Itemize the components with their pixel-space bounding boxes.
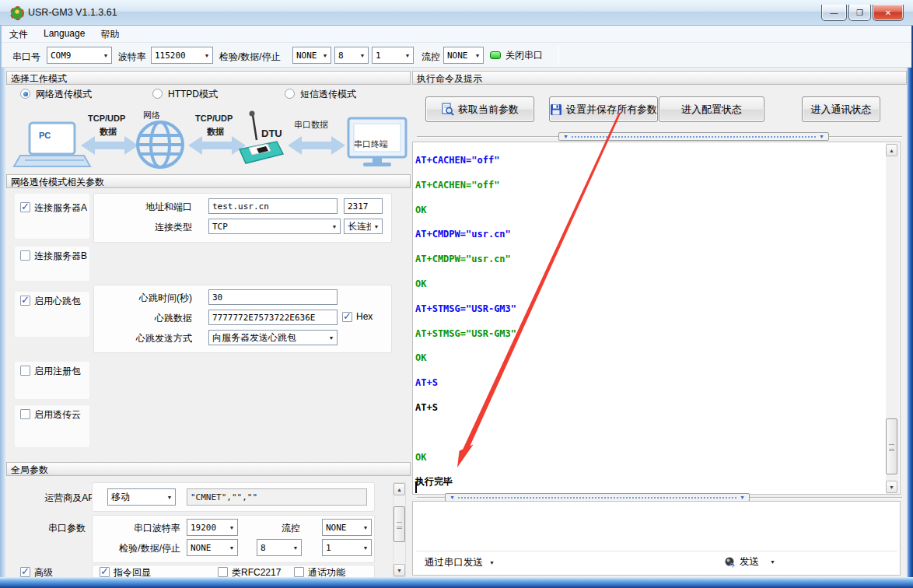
scrollbar-thumb[interactable]: [394, 506, 405, 542]
menu-file[interactable]: 文件: [2, 26, 36, 43]
splitter-dots: [572, 136, 816, 138]
radio-sms-mode-label: 短信透传模式: [300, 88, 356, 101]
get-params-button[interactable]: 获取当前参数: [425, 96, 534, 122]
server-a-checkbox[interactable]: [20, 202, 30, 212]
close-icon: ✕: [885, 9, 891, 17]
port-select[interactable]: COM9▼: [47, 47, 112, 64]
heartbeat-label: 启用心跳包: [34, 295, 81, 308]
server-b-checkbox[interactable]: [20, 250, 30, 261]
menu-language[interactable]: Language: [36, 26, 93, 43]
arrow-left-icon: [81, 136, 138, 155]
splitter-handle-top[interactable]: ▼ ▼: [558, 132, 829, 141]
send-via-dropdown[interactable]: 通过串口发送 ▼: [425, 556, 495, 569]
server-addr-input[interactable]: [208, 198, 338, 214]
carrier-select[interactable]: 移动▼: [107, 488, 176, 506]
link1-tcp-label: TCP/UDP: [88, 114, 125, 123]
scroll-up-icon[interactable]: ▲: [394, 483, 405, 495]
cloud-checkbox[interactable]: [20, 409, 30, 419]
link2-tcp-label: TCP/UDP: [195, 114, 233, 123]
send-area: 通过串口发送 ▼ 发送 ▼: [412, 501, 901, 576]
pc-label: PC: [39, 131, 51, 140]
terminal-log: AT+CACHEN="off"AT+CACHEN="off"OKAT+CMDPW…: [415, 149, 884, 495]
chevron-down-icon: ▼: [290, 545, 301, 551]
rfc2217-label: 类RFC2217: [232, 566, 281, 579]
link1-data-label: 数据: [100, 126, 117, 138]
app-icon: [10, 6, 24, 20]
command-panel-header: 执行命令及提示: [412, 71, 907, 85]
flow-select[interactable]: NONE▼: [443, 47, 484, 64]
register-label: 启用注册包: [34, 365, 81, 378]
minimize-icon: —: [831, 9, 838, 17]
scroll-up-icon[interactable]: ▲: [886, 144, 897, 156]
send-separator: [416, 551, 897, 551]
send-button[interactable]: 发送 ▼: [724, 555, 775, 569]
enter-comm-button[interactable]: 进入通讯状态: [802, 96, 880, 122]
apn-value-input: [187, 488, 367, 506]
gp-databits-select[interactable]: 8▼: [257, 539, 302, 556]
chevron-down-icon: ▼: [402, 53, 413, 58]
maximize-button[interactable]: ❐: [848, 5, 871, 21]
baud-label: 波特率: [118, 51, 146, 64]
network-label: 网络: [143, 110, 160, 121]
radio-net-mode[interactable]: [20, 89, 30, 99]
chevron-down-icon: ▼: [472, 53, 483, 58]
gp-parity-select[interactable]: NONE▼: [187, 539, 238, 556]
radio-sms-mode[interactable]: [285, 89, 295, 99]
triangle-down-icon: ▼: [450, 495, 455, 500]
close-serial-button[interactable]: 关闭串口: [490, 47, 557, 64]
hb-time-input[interactable]: [208, 289, 338, 305]
enter-config-button[interactable]: 进入配置状态: [659, 96, 764, 122]
register-checkbox[interactable]: [20, 366, 30, 376]
server-port-input[interactable]: [344, 198, 383, 214]
hb-data-input[interactable]: [208, 310, 338, 325]
serial-status-led-icon: [490, 51, 501, 59]
minimize-button[interactable]: —: [821, 5, 847, 21]
heartbeat-checkbox[interactable]: [20, 296, 30, 306]
splitter-dots: [458, 497, 736, 499]
addr-label: 地址和端口: [124, 201, 192, 214]
search-doc-icon: [441, 103, 454, 116]
scroll-down-icon[interactable]: ▼: [394, 564, 405, 576]
stopbits-select[interactable]: 1▼: [372, 47, 414, 64]
net-params-header: 网络透传模式相关参数: [6, 174, 411, 188]
chevron-down-icon: ▼: [164, 495, 175, 500]
gp-baud-select[interactable]: 19200▼: [187, 519, 238, 536]
gp-flow-label: 流控: [282, 522, 300, 535]
parity-select[interactable]: NONE▼: [292, 47, 331, 64]
menu-bar: 文件 Language 帮助: [2, 26, 911, 43]
conn-type-select[interactable]: TCP▼: [208, 219, 341, 234]
save-params-button[interactable]: 设置并保存所有参数: [549, 96, 658, 122]
chevron-down-icon: ▼: [100, 53, 111, 58]
advanced-checkbox[interactable]: [20, 567, 30, 577]
chevron-down-icon: ▼: [489, 560, 495, 565]
menu-help[interactable]: 帮助: [93, 26, 127, 43]
hex-checkbox[interactable]: [342, 312, 352, 322]
apn-label: 运营商及APN: [30, 492, 101, 505]
radio-net-mode-label: 网络透传模式: [36, 88, 92, 101]
send-input[interactable]: [415, 503, 898, 548]
terminal-output[interactable]: AT+CACHEN="off"AT+CACHEN="off"OKAT+CMDPW…: [412, 142, 901, 495]
advanced-label: 高级: [34, 566, 53, 579]
echo-checkbox[interactable]: [100, 567, 110, 577]
triangle-down-icon: ▼: [819, 134, 824, 139]
gp-flow-select[interactable]: NONE▼: [322, 519, 372, 536]
radio-httpd-mode[interactable]: [152, 89, 163, 99]
left-panel-scrollbar[interactable]: ▲ ▼: [393, 482, 406, 577]
close-button[interactable]: ✕: [873, 5, 904, 21]
scrollbar-thumb[interactable]: [886, 418, 897, 474]
hb-time-label: 心跳时间(秒): [117, 292, 192, 305]
window-title: USR-GM3 V1.1.3.61: [28, 7, 117, 18]
gp-stopbits-select[interactable]: 1▼: [322, 539, 372, 556]
chevron-down-icon: ▼: [371, 224, 382, 229]
terminal-scrollbar[interactable]: ▲ ▼: [886, 143, 899, 494]
scroll-down-icon[interactable]: ▼: [886, 481, 897, 493]
conn-type-label: 连接类型: [124, 221, 192, 234]
work-mode-header: 选择工作模式: [6, 71, 411, 85]
cloud-label: 启用透传云: [34, 408, 81, 422]
baud-select[interactable]: 115200▼: [151, 47, 213, 64]
rfc2217-checkbox[interactable]: [218, 567, 228, 577]
hb-mode-select[interactable]: 向服务器发送心跳包▼: [208, 330, 338, 345]
call-checkbox[interactable]: [294, 567, 304, 577]
databits-select[interactable]: 8▼: [334, 47, 369, 64]
conn-mode-select[interactable]: 长连接▼: [344, 219, 383, 234]
